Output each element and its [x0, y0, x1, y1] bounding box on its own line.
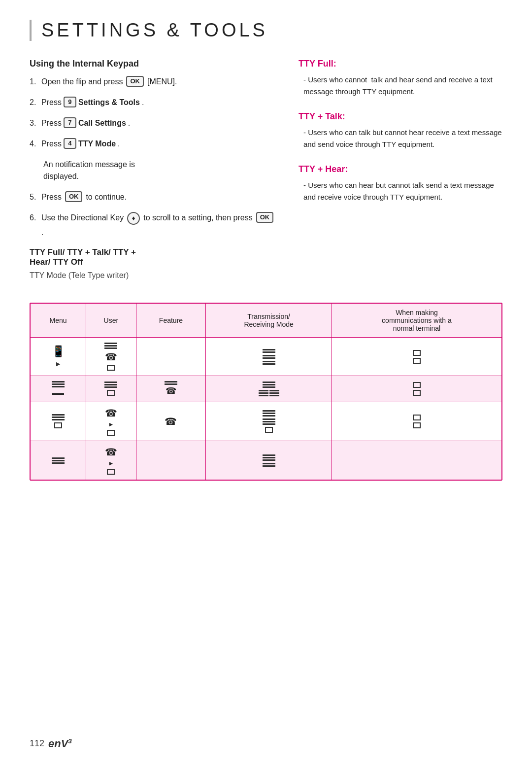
- m2-line-3: [52, 386, 65, 387]
- row2-menu-icons: ▬▬: [34, 381, 82, 396]
- row3-menu-icons: [34, 414, 82, 428]
- brand-name: enV3: [48, 737, 72, 750]
- tty-table: Menu User Feature Transmission/Receiving…: [30, 303, 502, 480]
- directional-key-icon: ♦: [127, 212, 140, 225]
- r4m-l2: [52, 460, 65, 461]
- tty-line-3: [104, 348, 117, 349]
- table-row-2: ▬▬: [31, 376, 502, 402]
- user-tty-2: [104, 382, 117, 388]
- row3-normal-icons: [336, 415, 498, 428]
- row2-menu: ▬▬: [31, 376, 86, 402]
- row4-feature: [136, 441, 206, 480]
- f2-line-1: [165, 381, 177, 382]
- row1-trans-icons: [210, 349, 327, 365]
- r3-user-rect: [107, 430, 115, 436]
- step-4-num: 4.: [30, 138, 41, 150]
- step-3-num: 3.: [30, 117, 41, 129]
- r2-tty-h2: [269, 390, 279, 396]
- key-4-icon: 4: [64, 138, 76, 149]
- page-header: SETTINGS & TOOLS: [30, 20, 502, 41]
- two-col-layout: Using the Internal Keypad 1. Open the fl…: [30, 59, 502, 288]
- r3t-l2: [263, 413, 275, 414]
- r2-normal-rect-2: [413, 390, 421, 396]
- brand-logo: enV3: [48, 737, 72, 750]
- row2-user: [86, 376, 136, 402]
- r3-tty-2: [263, 418, 275, 425]
- key-9-icon: 9: [64, 97, 76, 107]
- table-header-normal-terminal: When makingcommunications with anormal t…: [332, 304, 501, 338]
- ok-key-icon-1: OK: [126, 76, 144, 87]
- arrow-icon: ►: [55, 360, 62, 368]
- r3t-l3: [263, 415, 275, 417]
- tty-mode-subtitle: TTY Mode (Tele Type writer): [30, 271, 279, 280]
- r3-user-phone: ☎: [105, 407, 117, 419]
- table-row-4: ☎ ►: [31, 441, 502, 480]
- f2-line-2: [165, 383, 177, 385]
- feat-icon-group: ☎: [165, 381, 177, 397]
- page-title: SETTINGS & TOOLS: [41, 20, 268, 41]
- row3-feature: ☎: [136, 402, 206, 441]
- tty-full-section: TTY Full: - Users who cannot talk and he…: [299, 59, 502, 98]
- table-header-user: User: [86, 304, 136, 338]
- r2-trans-tty-h: [259, 390, 279, 396]
- r4t-l3: [263, 459, 275, 461]
- row2-transmission: [206, 376, 332, 402]
- row2-feature: ☎: [136, 376, 206, 402]
- r4-arrow: ►: [108, 460, 114, 467]
- step-list-1: 1. Open the flip and press OK [MENU]. 2.…: [30, 76, 279, 150]
- normal-rect-1: [413, 350, 421, 356]
- table-header-menu: Menu: [31, 304, 86, 338]
- step-2-num: 2.: [30, 97, 41, 108]
- m2-line-2: [52, 383, 65, 385]
- table-header-row: Menu User Feature Transmission/Receiving…: [31, 304, 502, 338]
- trans-tty-3: [263, 361, 275, 365]
- u2-line-1: [104, 382, 117, 383]
- r3-menu-tty: [52, 414, 65, 420]
- step-4: 4. Press 4 TTY Mode.: [30, 138, 279, 150]
- r3-normal-rect-1: [413, 415, 421, 420]
- t-line-5: [263, 361, 275, 362]
- tty-hear-heading: TTY + Hear:: [299, 164, 502, 174]
- trans-tty-2: [263, 355, 275, 359]
- tty-full-heading: TTY Full:: [299, 59, 502, 69]
- row3-trans-icons: [210, 410, 327, 433]
- row3-menu: [31, 402, 86, 441]
- row4-normal: [332, 441, 501, 480]
- tty-talk-desc: - Users who can talk but cannot hear rec…: [299, 127, 502, 150]
- row4-transmission: [206, 441, 332, 480]
- row1-user: ☎: [86, 338, 136, 376]
- tty-hear-desc: - Users who can hear but cannot talk sen…: [299, 179, 502, 203]
- row3-transmission: [206, 402, 332, 441]
- r2-normal-rect-1: [413, 382, 421, 388]
- r4-user-rect: [107, 469, 115, 475]
- row2-normal-icons: [336, 382, 498, 396]
- right-column: TTY Full: - Users who cannot talk and he…: [299, 59, 502, 288]
- r3m-l3: [52, 419, 65, 420]
- tty-line-2: [104, 345, 117, 347]
- r3-menu-rect: [54, 422, 62, 428]
- r2h-l6: [269, 395, 279, 396]
- step-1: 1. Open the flip and press OK [MENU].: [30, 76, 279, 88]
- step-4-label: TTY Mode: [78, 138, 116, 150]
- page-number: 112: [30, 738, 44, 749]
- rect-icon-1: [107, 365, 115, 371]
- phone-tty-icon: 📱: [52, 345, 65, 358]
- normal-rect-2: [413, 358, 421, 364]
- r3-arrow: ►: [108, 421, 114, 428]
- r3m-l1: [52, 414, 65, 416]
- tty-line-1: [104, 343, 117, 344]
- step-3-content: Press 7 Call Settings.: [41, 117, 130, 129]
- r2h-l5: [269, 392, 279, 394]
- notification-text: An notification message isdisplayed.: [43, 159, 279, 182]
- phone-icon-1: ☎: [105, 351, 117, 363]
- row4-trans-icons: [210, 454, 327, 467]
- r4-menu-tty: [52, 457, 65, 464]
- feat-tty-2: [165, 381, 177, 385]
- section-heading: Using the Internal Keypad: [30, 59, 279, 69]
- tty-table-container: Menu User Feature Transmission/Receiving…: [30, 303, 502, 481]
- t-line-1: [263, 349, 275, 350]
- r3-feat-phone: ☎: [165, 416, 177, 427]
- row4-menu-icons: [34, 457, 82, 464]
- r2h-l2: [259, 392, 268, 394]
- r3m-l2: [52, 417, 65, 418]
